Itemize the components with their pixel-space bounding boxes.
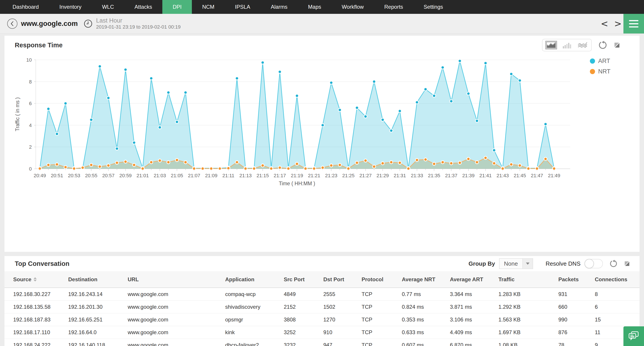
table-row[interactable]: 192.168.17.110192.16.64.0www.google.comk… [4, 326, 640, 339]
nav-item-dpi[interactable]: DPI [162, 0, 192, 14]
svg-text:21:41: 21:41 [480, 173, 492, 178]
column-header-label: URL [128, 276, 139, 283]
nav-item-ipsla[interactable]: IPSLA [225, 0, 260, 14]
cell-application: compaq-wcp [225, 288, 284, 301]
cell-src-port: 3232 [284, 339, 323, 346]
area-chart-button[interactable] [546, 41, 557, 49]
time-range-label: Last Hour [96, 17, 181, 24]
table-body: 192.168.30.227192.16.243.14www.google.co… [4, 288, 640, 346]
cell-traffic: 1.283 KB [498, 288, 558, 301]
svg-text:21:29: 21:29 [376, 173, 389, 178]
menu-button[interactable] [624, 14, 644, 33]
cell-destination: 192.16.243.14 [68, 288, 128, 301]
cell-average-art: 4.409 ms [450, 326, 498, 339]
column-header-packets[interactable]: Packets [558, 271, 595, 288]
cell-average-nrt: 0.633 ms [402, 326, 450, 339]
time-range-dates: 2019-01-31 23:19 to 2019-02-01 00:19 [96, 24, 181, 30]
sub-header-bar: www.google.com Last Hour 2019-01-31 23:1… [0, 14, 644, 34]
column-header-destination[interactable]: Destination [68, 271, 128, 288]
column-header-label: Destination [68, 276, 98, 283]
svg-text:21:37: 21:37 [445, 173, 457, 178]
table-row[interactable]: 192.168.135.58192.16.201.30www.google.co… [4, 301, 640, 313]
next-period-button[interactable]: > [614, 14, 622, 33]
chevron-down-icon [522, 259, 533, 269]
column-header-src-port[interactable]: Src Port [284, 271, 323, 288]
cell-url: www.google.com [128, 288, 225, 301]
svg-text:6: 6 [29, 101, 32, 106]
svg-text:2: 2 [29, 144, 32, 150]
chart-toolbar [542, 39, 620, 51]
cell-traffic: 1.697 KB [498, 326, 558, 339]
column-header-protocol[interactable]: Protocol [362, 271, 402, 288]
cell-dst-port: 910 [323, 326, 362, 339]
svg-text:20:49: 20:49 [34, 173, 46, 178]
cell-average-art: 3.871 ms [450, 301, 498, 313]
previous-period-button[interactable]: < [600, 14, 608, 33]
column-header-average-nrt[interactable]: Average NRT [402, 271, 450, 288]
svg-text:10: 10 [26, 58, 32, 63]
column-header-traffic[interactable]: Traffic [498, 271, 558, 288]
chat-widget-button[interactable] [624, 326, 644, 346]
table-row[interactable]: 192.168.24.222192.16.140.118www.google.c… [4, 339, 640, 346]
expand-table-button[interactable] [624, 261, 630, 267]
svg-text:21:07: 21:07 [188, 173, 200, 178]
table-row[interactable]: 192.168.30.227192.16.243.14www.google.co… [4, 288, 640, 301]
response-time-chart[interactable]: 024681020:4920:5120:5320:5520:5720:5921:… [4, 58, 640, 187]
column-header-source[interactable]: Source [13, 271, 68, 288]
svg-text:21:05: 21:05 [171, 173, 183, 178]
nav-item-reports[interactable]: Reports [374, 0, 414, 14]
column-header-application[interactable]: Application [225, 271, 284, 288]
resolve-dns-toggle[interactable] [584, 259, 603, 268]
nav-item-inventory[interactable]: Inventory [49, 0, 92, 14]
cell-average-nrt: 0.824 ms [402, 301, 450, 313]
cell-application: dhcp-failover2 [225, 339, 284, 346]
cell-protocol: TCP [362, 301, 402, 313]
cell-source: 192.168.24.222 [13, 339, 68, 346]
nav-item-wlc[interactable]: WLC [92, 0, 124, 14]
cell-protocol: TCP [362, 326, 402, 339]
column-header-connections[interactable]: Connections [595, 271, 640, 288]
group-by-dropdown[interactable]: None [499, 258, 533, 269]
table-row[interactable]: 192.168.187.83192.16.65.251www.google.co… [4, 313, 640, 326]
cell-source: 192.168.135.58 [13, 301, 68, 313]
svg-text:4: 4 [29, 123, 32, 128]
line-chart-icon [578, 42, 588, 48]
nav-item-alarms[interactable]: Alarms [260, 0, 298, 14]
back-button[interactable] [7, 18, 18, 29]
cell-source: 192.168.187.83 [13, 313, 68, 326]
line-chart-button[interactable] [577, 41, 588, 49]
refresh-chart-button[interactable] [598, 41, 607, 49]
svg-text:21:35: 21:35 [428, 173, 440, 178]
column-header-dst-port[interactable]: Dst Port [323, 271, 362, 288]
chat-bubbles-icon [628, 330, 640, 342]
refresh-table-button[interactable] [610, 260, 617, 267]
cell-connections: 6 [595, 301, 640, 313]
svg-text:21:27: 21:27 [359, 173, 372, 178]
expand-chart-button[interactable] [614, 42, 620, 48]
table-header-row: SourceDestinationURLApplicationSrc PortD… [4, 271, 640, 288]
svg-text:Traffic ( in ms ): Traffic ( in ms ) [14, 97, 20, 131]
nav-item-ncm[interactable]: NCM [192, 0, 225, 14]
nav-item-workflow[interactable]: Workflow [332, 0, 374, 14]
nav-item-attacks[interactable]: Attacks [124, 0, 162, 14]
column-header-label: Application [225, 276, 254, 283]
cell-average-art: 6.870 ms [450, 339, 498, 346]
cell-url: www.google.com [128, 301, 225, 313]
nav-item-dashboard[interactable]: Dashboard [2, 0, 49, 14]
nav-item-maps[interactable]: Maps [298, 0, 332, 14]
cell-packets: 660 [558, 301, 595, 313]
cell-packets: 990 [558, 313, 595, 326]
column-header-average-art[interactable]: Average ART [450, 271, 498, 288]
svg-text:20:57: 20:57 [102, 173, 114, 178]
bar-chart-button[interactable] [562, 41, 572, 49]
cell-average-nrt: 0.353 ms [402, 313, 450, 326]
cell-destination: 192.16.201.30 [68, 301, 128, 313]
nav-item-settings[interactable]: Settings [414, 0, 454, 14]
svg-text:8: 8 [29, 79, 32, 85]
cell-protocol: TCP [362, 288, 402, 301]
cell-url: www.google.com [128, 339, 225, 346]
column-header-url[interactable]: URL [128, 271, 225, 288]
svg-text:21:49: 21:49 [548, 173, 560, 178]
cell-dst-port: 2555 [323, 288, 362, 301]
time-range-block[interactable]: Last Hour 2019-01-31 23:19 to 2019-02-01… [96, 17, 181, 30]
